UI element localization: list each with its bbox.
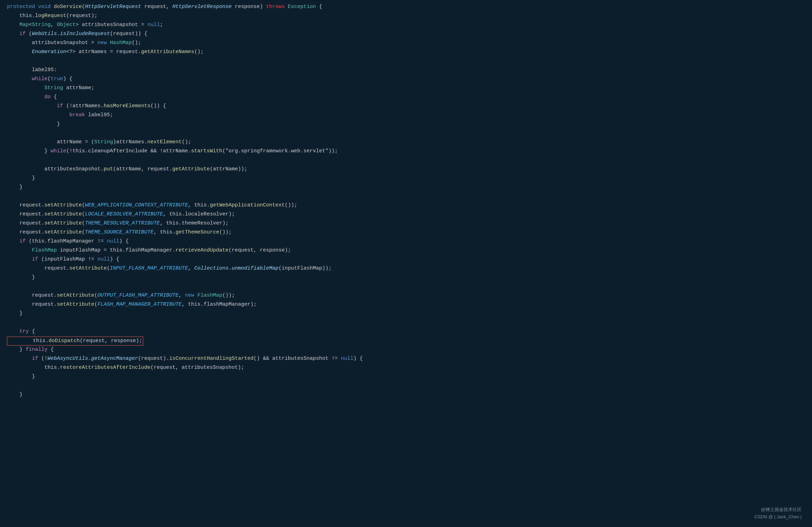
watermark-line1: @稀土掘金技术社区 [754,506,802,513]
code-line: } [0,174,812,183]
code-line: if (inputFlashMap != null) { [0,255,812,264]
code-line: request.setAttribute(THEME_RESOLVER_ATTR… [0,219,812,228]
code-line: attributesSnapshot.put(attrName, request… [0,165,812,174]
code-line: request.setAttribute(INPUT_FLASH_MAP_ATT… [0,264,812,273]
code-line: this.restoreAttributesAfterInclude(reque… [0,364,812,373]
code-line: request.setAttribute(LOCALE_RESOLVER_ATT… [0,210,812,219]
code-line [0,57,812,66]
code-line [0,192,812,201]
code-line: attributesSnapshot = new HashMap(); [0,39,812,48]
code-line: request.setAttribute(THEME_SOURCE_ATTRIB… [0,228,812,237]
code-line: } finally { [0,346,812,355]
watermark-line2: CSDN @ | Jack_Chen | [754,513,802,521]
code-line: } [0,373,812,382]
code-line [0,382,812,391]
code-line: try { [0,328,812,337]
code-line: this.doDispatch(request, response); [0,337,812,346]
code-line [0,318,812,328]
code-line: do { [0,93,812,102]
watermark: @稀土掘金技术社区 CSDN @ | Jack_Chen | [754,506,802,521]
code-line: } [0,183,812,192]
code-line: request.setAttribute(OUTPUT_FLASH_MAP_AT… [0,291,812,300]
code-line: } [0,120,812,129]
code-line [0,282,812,291]
code-line: FlashMap inputFlashMap = this.flashMapMa… [0,246,812,255]
code-line [0,129,812,138]
code-block: protected void doService(HttpServletRequ… [0,3,812,400]
code-line: this.logRequest(request); [0,12,812,21]
code-line: Enumeration<?> attrNames = request.getAt… [0,48,812,57]
code-line: label95: [0,66,812,75]
code-line: if (WebUtils.isIncludeRequest(request)) … [0,30,812,39]
code-line: protected void doService(HttpServletRequ… [0,3,812,12]
code-line: String attrName; [0,84,812,93]
highlighted-code: this.doDispatch(request, response); [7,337,143,346]
code-line: break label95; [0,111,812,120]
code-line: while(true) { [0,75,812,84]
code-line: if (this.flashMapManager != null) { [0,237,812,246]
code-line: request.setAttribute(WEB_APPLICATION_CON… [0,201,812,210]
code-container: protected void doService(HttpServletRequ… [0,0,812,527]
code-line: request.setAttribute(FLASH_MAP_MANAGER_A… [0,300,812,309]
code-line: } [0,273,812,282]
code-line: } while(!this.cleanupAfterInclude && !at… [0,147,812,156]
code-line: } [0,391,812,400]
code-line: } [0,309,812,318]
code-line: Map<String, Object> attributesSnapshot =… [0,21,812,30]
code-line: if (!attrNames.hasMoreElements()) { [0,102,812,111]
code-line [0,156,812,165]
code-line: if (!WebAsyncUtils.getAsyncManager(reque… [0,355,812,364]
code-line: attrName = (String)attrNames.nextElement… [0,138,812,147]
